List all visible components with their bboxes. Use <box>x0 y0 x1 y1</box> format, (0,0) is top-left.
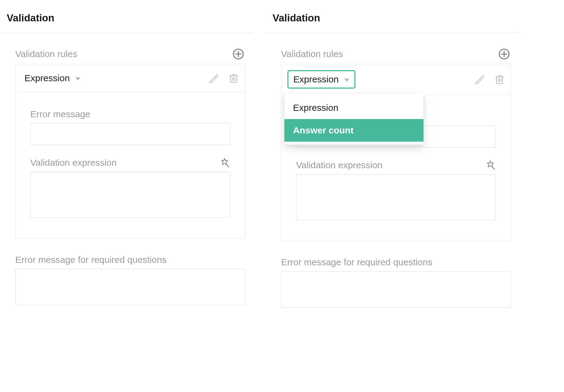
rules-label: Validation rules <box>15 49 77 59</box>
divider <box>0 32 254 33</box>
trash-icon <box>494 74 505 85</box>
dropdown-option-answer-count[interactable]: Answer count <box>284 119 423 142</box>
error-message-input[interactable] <box>30 123 230 145</box>
validation-panel-right: Validation Validation rules Expression <box>266 0 519 309</box>
chevron-down-icon <box>344 78 350 82</box>
add-rule-button[interactable] <box>497 47 511 61</box>
plus-circle-icon <box>498 48 510 60</box>
required-error-input[interactable] <box>281 271 511 308</box>
validation-expression-label: Validation expression <box>296 160 496 171</box>
error-message-label: Error message <box>30 109 230 119</box>
svg-line-10 <box>226 165 229 167</box>
rule-type-select[interactable]: Expression <box>287 70 355 89</box>
validation-expression-input[interactable] <box>30 172 230 218</box>
rule-card: Expression <box>15 64 245 239</box>
rule-body: Error message Validation expression <box>16 93 245 238</box>
rule-card-header: Expression <box>281 64 511 95</box>
rule-actions <box>207 71 240 85</box>
required-error-input[interactable] <box>15 269 245 305</box>
validation-expression-label: Validation expression <box>30 157 230 168</box>
rule-type-dropdown[interactable]: Expression Answer count <box>284 93 423 145</box>
edit-disabled-button[interactable] <box>473 73 486 86</box>
expression-wizard-button[interactable] <box>485 160 496 171</box>
rule-actions <box>473 73 506 86</box>
dropdown-option-expression[interactable]: Expression <box>284 96 423 119</box>
divider <box>266 32 519 33</box>
pencil-slash-icon <box>473 73 485 85</box>
svg-line-21 <box>492 167 495 169</box>
delete-rule-button[interactable] <box>493 73 506 86</box>
trash-icon <box>228 72 240 84</box>
required-error-block: Error message for required questions <box>281 257 511 309</box>
validation-expression-input[interactable] <box>296 174 496 220</box>
required-error-label: Error message for required questions <box>15 255 245 265</box>
delete-rule-button[interactable] <box>227 71 240 85</box>
pencil-slash-icon <box>207 72 220 84</box>
section-title: Validation <box>7 12 247 24</box>
rules-header: Validation rules <box>273 47 513 64</box>
chevron-down-icon <box>75 77 81 81</box>
expression-wizard-button[interactable] <box>219 157 230 168</box>
rules-header: Validation rules <box>7 47 247 64</box>
rule-card-header: Expression <box>16 64 245 93</box>
plus-circle-icon <box>232 48 244 60</box>
edit-disabled-button[interactable] <box>207 71 220 85</box>
required-error-label: Error message for required questions <box>281 257 511 267</box>
section-title: Validation <box>273 12 513 24</box>
rules-label: Validation rules <box>281 49 343 59</box>
rule-type-value: Expression <box>293 74 339 85</box>
add-rule-button[interactable] <box>232 47 245 61</box>
rule-type-value: Expression <box>24 73 70 83</box>
wand-icon <box>485 160 496 171</box>
wand-icon <box>219 157 230 168</box>
validation-panel-left: Validation Validation rules Expression <box>0 0 254 307</box>
rule-card: Expression <box>281 64 511 241</box>
rule-type-select[interactable]: Expression <box>22 70 83 86</box>
required-error-block: Error message for required questions <box>15 255 245 307</box>
